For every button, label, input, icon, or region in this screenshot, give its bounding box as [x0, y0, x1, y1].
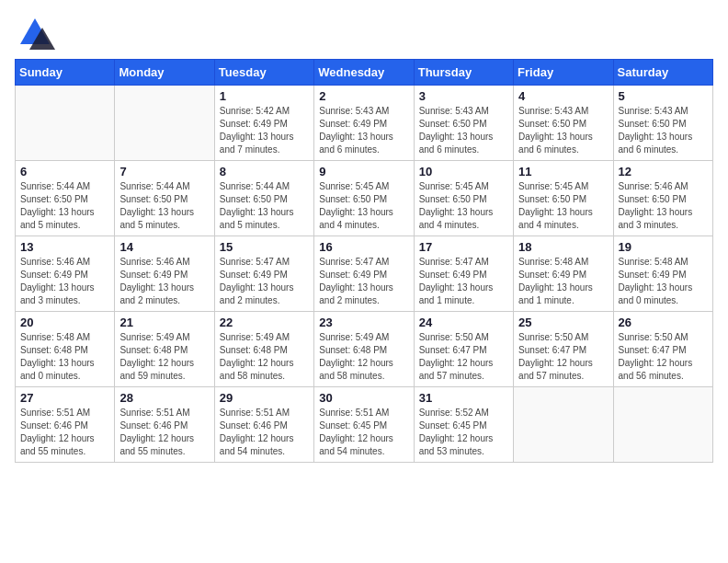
day-number: 17	[419, 240, 508, 254]
calendar-day-cell: 1Sunrise: 5:42 AM Sunset: 6:49 PM Daylig…	[214, 86, 313, 161]
calendar-week-row: 6Sunrise: 5:44 AM Sunset: 6:50 PM Daylig…	[16, 161, 713, 236]
day-of-week-header: Sunday	[16, 60, 115, 86]
day-detail-text: Sunrise: 5:42 AM Sunset: 6:49 PM Dayligh…	[220, 105, 309, 156]
calendar-day-cell: 31Sunrise: 5:52 AM Sunset: 6:45 PM Dayli…	[414, 387, 513, 463]
day-detail-text: Sunrise: 5:47 AM Sunset: 6:49 PM Dayligh…	[319, 256, 408, 307]
calendar-day-cell: 26Sunrise: 5:50 AM Sunset: 6:47 PM Dayli…	[613, 312, 712, 387]
day-number: 3	[419, 89, 508, 103]
day-number: 28	[119, 391, 209, 405]
day-number: 23	[319, 316, 408, 329]
day-detail-text: Sunrise: 5:43 AM Sunset: 6:50 PM Dayligh…	[619, 105, 708, 156]
day-detail-text: Sunrise: 5:50 AM Sunset: 6:47 PM Dayligh…	[419, 331, 508, 383]
day-detail-text: Sunrise: 5:51 AM Sunset: 6:46 PM Dayligh…	[119, 407, 209, 458]
calendar-day-cell: 10Sunrise: 5:45 AM Sunset: 6:50 PM Dayli…	[414, 161, 513, 236]
day-detail-text: Sunrise: 5:46 AM Sunset: 6:49 PM Dayligh…	[119, 256, 209, 307]
calendar-day-cell: 30Sunrise: 5:51 AM Sunset: 6:45 PM Dayli…	[314, 387, 414, 463]
day-detail-text: Sunrise: 5:46 AM Sunset: 6:50 PM Dayligh…	[619, 180, 708, 232]
calendar-day-cell: 4Sunrise: 5:43 AM Sunset: 6:50 PM Daylig…	[514, 86, 613, 161]
calendar-day-cell: 5Sunrise: 5:43 AM Sunset: 6:50 PM Daylig…	[613, 86, 712, 161]
day-detail-text: Sunrise: 5:47 AM Sunset: 6:49 PM Dayligh…	[220, 256, 309, 307]
day-detail-text: Sunrise: 5:49 AM Sunset: 6:48 PM Dayligh…	[319, 331, 408, 383]
day-number: 31	[419, 391, 508, 405]
calendar-week-row: 1Sunrise: 5:42 AM Sunset: 6:49 PM Daylig…	[16, 86, 713, 161]
day-detail-text: Sunrise: 5:45 AM Sunset: 6:50 PM Dayligh…	[419, 180, 508, 232]
calendar-day-cell: 22Sunrise: 5:49 AM Sunset: 6:48 PM Dayli…	[214, 312, 313, 387]
day-number: 6	[20, 165, 109, 178]
calendar-day-cell: 25Sunrise: 5:50 AM Sunset: 6:47 PM Dayli…	[514, 312, 613, 387]
day-number: 29	[220, 391, 309, 405]
day-detail-text: Sunrise: 5:49 AM Sunset: 6:48 PM Dayligh…	[220, 331, 309, 383]
calendar-table: SundayMondayTuesdayWednesdayThursdayFrid…	[15, 59, 713, 463]
day-number: 22	[220, 316, 309, 329]
calendar-day-cell: 2Sunrise: 5:43 AM Sunset: 6:49 PM Daylig…	[314, 86, 414, 161]
day-detail-text: Sunrise: 5:52 AM Sunset: 6:45 PM Dayligh…	[419, 407, 508, 458]
calendar-week-row: 20Sunrise: 5:48 AM Sunset: 6:48 PM Dayli…	[16, 312, 713, 387]
calendar-day-cell: 8Sunrise: 5:44 AM Sunset: 6:50 PM Daylig…	[214, 161, 313, 236]
day-of-week-header: Saturday	[613, 60, 712, 86]
calendar-day-cell: 7Sunrise: 5:44 AM Sunset: 6:50 PM Daylig…	[115, 161, 214, 236]
day-number: 24	[419, 316, 508, 329]
calendar-day-cell: 24Sunrise: 5:50 AM Sunset: 6:47 PM Dayli…	[414, 312, 513, 387]
calendar-day-cell: 3Sunrise: 5:43 AM Sunset: 6:50 PM Daylig…	[414, 86, 513, 161]
calendar-day-cell: 28Sunrise: 5:51 AM Sunset: 6:46 PM Dayli…	[115, 387, 214, 463]
day-detail-text: Sunrise: 5:45 AM Sunset: 6:50 PM Dayligh…	[319, 180, 408, 232]
day-number: 16	[319, 240, 408, 254]
day-number: 7	[119, 165, 209, 178]
day-detail-text: Sunrise: 5:50 AM Sunset: 6:47 PM Dayligh…	[518, 331, 608, 383]
calendar-day-cell: 27Sunrise: 5:51 AM Sunset: 6:46 PM Dayli…	[16, 387, 115, 463]
day-number: 18	[518, 240, 608, 254]
day-number: 19	[619, 240, 708, 254]
calendar-day-cell: 11Sunrise: 5:45 AM Sunset: 6:50 PM Dayli…	[514, 161, 613, 236]
day-number: 5	[619, 89, 708, 103]
day-detail-text: Sunrise: 5:43 AM Sunset: 6:50 PM Dayligh…	[518, 105, 608, 156]
day-number: 8	[220, 165, 309, 178]
day-number: 10	[419, 165, 508, 178]
day-number: 15	[220, 240, 309, 254]
calendar-day-cell	[16, 86, 115, 161]
day-detail-text: Sunrise: 5:45 AM Sunset: 6:50 PM Dayligh…	[518, 180, 608, 232]
day-number: 1	[220, 89, 309, 103]
day-detail-text: Sunrise: 5:43 AM Sunset: 6:49 PM Dayligh…	[319, 105, 408, 156]
day-detail-text: Sunrise: 5:49 AM Sunset: 6:48 PM Dayligh…	[119, 331, 209, 383]
day-detail-text: Sunrise: 5:44 AM Sunset: 6:50 PM Dayligh…	[20, 180, 109, 232]
day-number: 27	[20, 391, 109, 405]
calendar-day-cell	[514, 387, 613, 463]
day-of-week-header: Tuesday	[214, 60, 313, 86]
day-detail-text: Sunrise: 5:48 AM Sunset: 6:49 PM Dayligh…	[619, 256, 708, 307]
calendar-day-cell: 6Sunrise: 5:44 AM Sunset: 6:50 PM Daylig…	[16, 161, 115, 236]
calendar-day-cell: 17Sunrise: 5:47 AM Sunset: 6:49 PM Dayli…	[414, 236, 513, 312]
day-number: 14	[119, 240, 209, 254]
day-detail-text: Sunrise: 5:50 AM Sunset: 6:47 PM Dayligh…	[619, 331, 708, 383]
day-number: 26	[619, 316, 708, 329]
calendar-day-cell	[115, 86, 214, 161]
day-number: 13	[20, 240, 109, 254]
calendar-day-cell: 13Sunrise: 5:46 AM Sunset: 6:49 PM Dayli…	[16, 236, 115, 312]
calendar-header-row: SundayMondayTuesdayWednesdayThursdayFrid…	[16, 60, 713, 86]
day-of-week-header: Monday	[115, 60, 214, 86]
day-number: 21	[119, 316, 209, 329]
day-of-week-header: Thursday	[414, 60, 513, 86]
day-number: 9	[319, 165, 408, 178]
day-number: 12	[619, 165, 708, 178]
day-number: 4	[518, 89, 608, 103]
calendar-day-cell: 23Sunrise: 5:49 AM Sunset: 6:48 PM Dayli…	[314, 312, 414, 387]
day-detail-text: Sunrise: 5:48 AM Sunset: 6:48 PM Dayligh…	[20, 331, 109, 383]
calendar-day-cell: 9Sunrise: 5:45 AM Sunset: 6:50 PM Daylig…	[314, 161, 414, 236]
day-detail-text: Sunrise: 5:46 AM Sunset: 6:49 PM Dayligh…	[20, 256, 109, 307]
calendar-day-cell: 29Sunrise: 5:51 AM Sunset: 6:46 PM Dayli…	[214, 387, 313, 463]
day-detail-text: Sunrise: 5:51 AM Sunset: 6:46 PM Dayligh…	[20, 407, 109, 458]
day-detail-text: Sunrise: 5:47 AM Sunset: 6:49 PM Dayligh…	[419, 256, 508, 307]
day-detail-text: Sunrise: 5:43 AM Sunset: 6:50 PM Dayligh…	[419, 105, 508, 156]
calendar-day-cell: 19Sunrise: 5:48 AM Sunset: 6:49 PM Dayli…	[613, 236, 712, 312]
day-detail-text: Sunrise: 5:51 AM Sunset: 6:46 PM Dayligh…	[220, 407, 309, 458]
day-of-week-header: Wednesday	[314, 60, 414, 86]
logo	[15, 15, 59, 50]
day-number: 25	[518, 316, 608, 329]
calendar-week-row: 13Sunrise: 5:46 AM Sunset: 6:49 PM Dayli…	[16, 236, 713, 312]
calendar-day-cell: 16Sunrise: 5:47 AM Sunset: 6:49 PM Dayli…	[314, 236, 414, 312]
day-number: 11	[518, 165, 608, 178]
day-detail-text: Sunrise: 5:51 AM Sunset: 6:45 PM Dayligh…	[319, 407, 408, 458]
calendar-day-cell: 15Sunrise: 5:47 AM Sunset: 6:49 PM Dayli…	[214, 236, 313, 312]
logo-icon	[15, 15, 55, 50]
day-detail-text: Sunrise: 5:44 AM Sunset: 6:50 PM Dayligh…	[119, 180, 209, 232]
